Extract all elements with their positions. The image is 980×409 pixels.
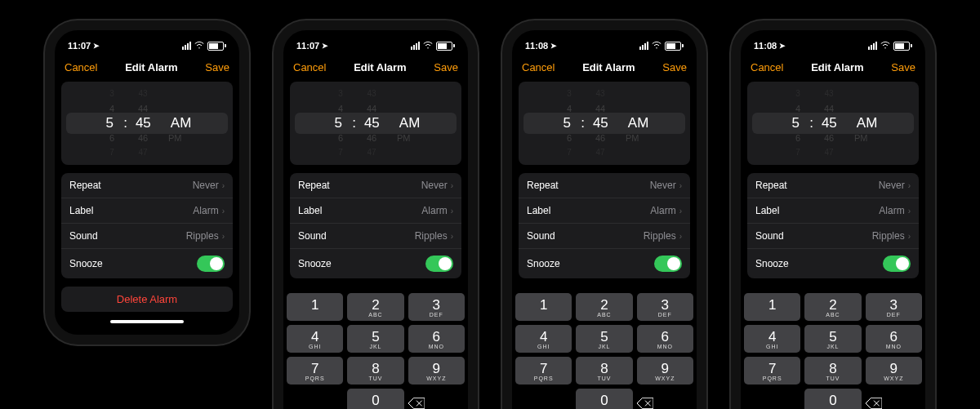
time-picker[interactable]: 3434445:45AM646PM747 — [290, 82, 461, 165]
setting-repeat[interactable]: RepeatNever› — [747, 173, 919, 198]
keypad-key-0[interactable]: 0 — [347, 389, 403, 409]
key-number: 6 — [637, 330, 693, 344]
snooze-toggle[interactable] — [425, 256, 453, 272]
keypad-key-3[interactable]: 3DEF — [866, 293, 922, 321]
keypad-key-4[interactable]: 4GHI — [744, 325, 800, 353]
keypad-key-2[interactable]: 2ABC — [576, 293, 632, 321]
cancel-button[interactable]: Cancel — [751, 61, 783, 73]
keypad-key-1[interactable]: 1 — [287, 293, 343, 321]
keypad-key-5[interactable]: 5JKL — [347, 325, 403, 353]
time-picker[interactable]: 3434445:45AM646PM747 — [747, 82, 919, 165]
time-picker[interactable]: 3434445:45AM646PM747 — [61, 82, 233, 165]
keypad-key-8[interactable]: 8TUV — [576, 357, 632, 385]
key-number: 9 — [866, 362, 922, 376]
keypad-blank — [287, 389, 343, 409]
setting-repeat[interactable]: RepeatNever› — [61, 173, 233, 198]
save-button[interactable]: Save — [205, 61, 229, 73]
snooze-toggle[interactable] — [197, 256, 225, 272]
picker-ampm — [397, 87, 416, 101]
keypad-key-4[interactable]: 4GHI — [287, 325, 343, 353]
keypad-key-9[interactable]: 9WXYZ — [408, 357, 465, 385]
setting-label: Repeat — [527, 180, 559, 191]
picker-ampm: PM — [854, 131, 874, 145]
chevron-right-icon: › — [451, 207, 453, 216]
setting-label: Repeat — [755, 180, 787, 191]
wifi-icon — [423, 40, 433, 51]
picker-ampm — [397, 145, 416, 160]
save-button[interactable]: Save — [891, 61, 915, 73]
setting-sound[interactable]: SoundRipples› — [747, 224, 919, 249]
keypad-key-8[interactable]: 8TUV — [804, 357, 861, 385]
keypad-key-6[interactable]: 6MNO — [637, 325, 693, 353]
backspace-icon — [408, 398, 425, 409]
keypad-key-3[interactable]: 3DEF — [408, 293, 465, 321]
cancel-button[interactable]: Cancel — [293, 61, 326, 73]
save-button[interactable]: Save — [662, 61, 687, 73]
setting-label[interactable]: LabelAlarm› — [747, 198, 919, 224]
keypad-key-2[interactable]: 2ABC — [804, 293, 861, 321]
setting-label[interactable]: LabelAlarm› — [61, 198, 233, 224]
picker-ampm: AM — [171, 116, 190, 131]
picker-ampm: PM — [626, 131, 645, 145]
chevron-right-icon: › — [908, 232, 911, 241]
keypad-key-8[interactable]: 8TUV — [347, 357, 403, 385]
key-number: 7 — [287, 362, 343, 376]
setting-label: Label — [755, 205, 779, 216]
keypad-key-0[interactable]: 0 — [804, 389, 861, 409]
notch — [788, 30, 878, 45]
setting-sound[interactable]: SoundRipples› — [61, 224, 233, 249]
keypad-key-0[interactable]: 0 — [576, 389, 632, 409]
keypad-backspace[interactable] — [866, 389, 922, 409]
keypad-key-7[interactable]: 7PQRS — [515, 357, 572, 385]
setting-label[interactable]: LabelAlarm› — [519, 198, 690, 224]
keypad-key-4[interactable]: 4GHI — [515, 325, 572, 353]
keypad-key-7[interactable]: 7PQRS — [744, 357, 800, 385]
keypad-key-3[interactable]: 3DEF — [637, 293, 693, 321]
keypad-backspace[interactable] — [408, 389, 465, 409]
picker-ampm — [168, 87, 188, 101]
picker-hour: 5 — [790, 116, 801, 131]
picker-ampm: AM — [628, 116, 648, 131]
picker-minute: 43 — [366, 87, 377, 101]
key-letters: WXYZ — [408, 376, 465, 381]
keypad-key-2[interactable]: 2ABC — [347, 293, 403, 321]
keypad-key-9[interactable]: 9WXYZ — [637, 357, 693, 385]
cancel-button[interactable]: Cancel — [522, 61, 555, 73]
key-number: 3 — [866, 298, 922, 312]
cancel-button[interactable]: Cancel — [65, 61, 97, 73]
key-letters: GHI — [287, 344, 343, 349]
keypad-backspace[interactable] — [637, 389, 693, 409]
phone-frame: 11:07➤CancelEdit AlarmSave3434445:45AM64… — [274, 20, 478, 409]
picker-ampm — [626, 145, 645, 160]
keypad-key-1[interactable]: 1 — [515, 293, 572, 321]
keypad-key-6[interactable]: 6MNO — [408, 325, 465, 353]
keypad-key-9[interactable]: 9WXYZ — [866, 357, 922, 385]
setting-repeat[interactable]: RepeatNever› — [290, 173, 461, 198]
picker-minute: 44 — [595, 101, 606, 116]
save-button[interactable]: Save — [434, 61, 458, 73]
keypad-key-7[interactable]: 7PQRS — [287, 357, 343, 385]
home-indicator[interactable] — [110, 320, 184, 323]
picker-colon: : — [809, 116, 813, 131]
wifi-icon — [652, 40, 662, 51]
setting-repeat[interactable]: RepeatNever› — [519, 173, 690, 198]
setting-sound[interactable]: SoundRipples› — [519, 224, 690, 249]
keypad-key-6[interactable]: 6MNO — [866, 325, 922, 353]
time-picker[interactable]: 3434445:45AM646PM747 — [519, 82, 690, 165]
delete-alarm-button[interactable]: Delete Alarm — [61, 287, 233, 312]
setting-snooze: Snooze — [290, 249, 461, 278]
picker-minute: 47 — [595, 145, 606, 160]
snooze-toggle[interactable] — [654, 256, 682, 272]
alarm-settings: RepeatNever›LabelAlarm›SoundRipples›Snoo… — [747, 173, 919, 278]
nav-title: Edit Alarm — [582, 61, 635, 73]
keypad-key-5[interactable]: 5JKL — [804, 325, 861, 353]
setting-sound[interactable]: SoundRipples› — [290, 224, 461, 249]
setting-label[interactable]: LabelAlarm› — [290, 198, 461, 224]
picker-hour: 4 — [335, 101, 346, 116]
keypad-key-1[interactable]: 1 — [744, 293, 800, 321]
snooze-toggle[interactable] — [883, 256, 911, 272]
status-time: 11:07 — [296, 41, 319, 51]
keypad-key-5[interactable]: 5JKL — [576, 325, 632, 353]
picker-minute: 44 — [366, 101, 377, 116]
key-letters — [515, 312, 572, 318]
